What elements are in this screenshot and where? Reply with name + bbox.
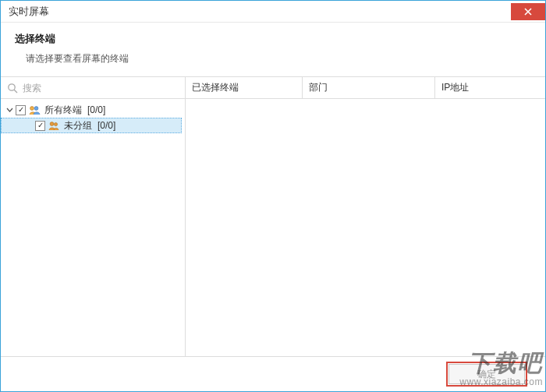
svg-point-4 [50, 122, 54, 126]
header-title: 选择终端 [15, 32, 531, 46]
column-department[interactable]: 部门 [303, 77, 435, 98]
svg-point-5 [54, 122, 57, 125]
checkbox-ungrouped[interactable] [35, 121, 45, 131]
tree-node-count: [0/0] [94, 120, 115, 131]
tree-node-label: 所有终端 [43, 104, 82, 117]
content-area: 所有终端 [0/0] 未分组 [0/0] [1, 76, 545, 357]
search-icon [7, 83, 18, 94]
table-header: 已选择终端 部门 IP地址 [186, 77, 545, 99]
tree-node-all-terminals[interactable]: 所有终端 [0/0] [1, 102, 185, 118]
tree-node-label: 未分组 [62, 119, 92, 132]
dialog-window: 实时屏幕 选择终端 请选择要查看屏幕的终端 [0, 0, 546, 392]
window-title: 实时屏幕 [9, 5, 49, 19]
users-icon [48, 119, 60, 132]
selected-terminals-panel: 已选择终端 部门 IP地址 [186, 77, 545, 356]
search-row [1, 77, 185, 99]
terminal-tree-panel: 所有终端 [0/0] 未分组 [0/0] [1, 77, 186, 356]
column-ip-address[interactable]: IP地址 [435, 77, 545, 98]
tree-node-ungrouped[interactable]: 未分组 [0/0] [1, 118, 182, 133]
dialog-footer: 确定 [1, 357, 545, 391]
checkbox-all-terminals[interactable] [16, 105, 26, 115]
table-body [186, 99, 545, 356]
header-subtitle: 请选择要查看屏幕的终端 [15, 52, 531, 65]
search-input[interactable] [23, 83, 179, 94]
titlebar: 实时屏幕 [1, 1, 545, 23]
close-icon [523, 7, 533, 16]
svg-line-1 [14, 90, 17, 93]
expand-toggle-icon[interactable] [5, 106, 13, 114]
svg-point-3 [34, 107, 38, 111]
ok-button[interactable]: 确定 [448, 364, 525, 384]
dialog-header: 选择终端 请选择要查看屏幕的终端 [1, 23, 545, 76]
svg-point-2 [30, 107, 34, 111]
terminal-tree: 所有终端 [0/0] 未分组 [0/0] [1, 99, 185, 356]
close-button[interactable] [511, 3, 545, 20]
group-icon [28, 104, 41, 116]
tree-indent [25, 122, 33, 129]
column-selected-terminals[interactable]: 已选择终端 [186, 77, 303, 98]
svg-point-0 [9, 83, 15, 90]
tree-node-count: [0/0] [84, 104, 105, 115]
